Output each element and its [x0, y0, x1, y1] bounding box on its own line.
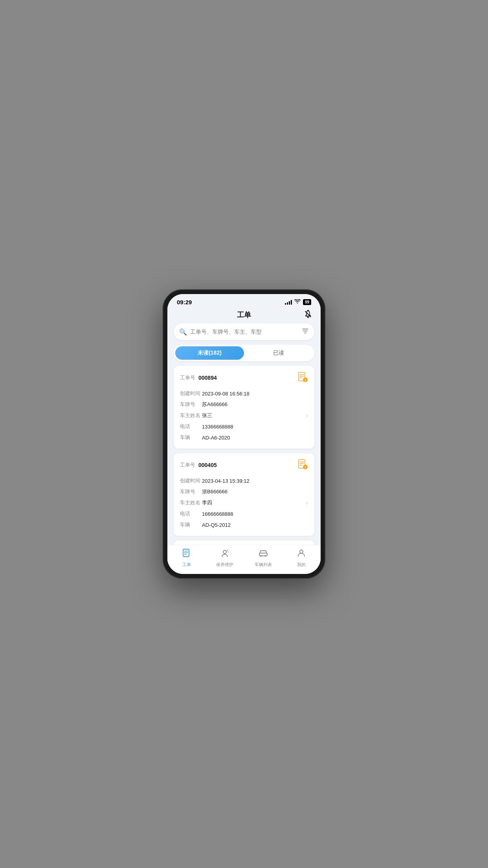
page-header: 工单 — [167, 307, 321, 324]
nav-vehicles[interactable]: 车辆列表 — [244, 548, 283, 568]
chevron-right-icon: › — [306, 412, 308, 419]
svg-text:!: ! — [305, 465, 306, 469]
status-time: 09:29 — [177, 299, 192, 305]
vehicles-nav-icon — [259, 548, 268, 560]
bottom-navigation: 工单 保养维护 — [167, 545, 321, 574]
vehicle-value: AD-Q5-2012 — [202, 522, 308, 528]
svg-text:!: ! — [305, 378, 306, 382]
phone-screen: 09:29 99 — [167, 294, 321, 574]
maintenance-nav-icon — [220, 548, 229, 560]
search-bar: 🔍 — [174, 324, 314, 340]
plate-value: 苏A666666 — [202, 401, 308, 408]
signal-icon — [285, 300, 292, 305]
app-content: 工单 🔍 — [167, 307, 321, 574]
nav-workorder[interactable]: 工单 — [167, 548, 206, 568]
svg-point-30 — [265, 555, 266, 557]
phone-value: 16666668888 — [202, 511, 308, 517]
wifi-icon — [294, 299, 301, 305]
order-status-icon: ! — [297, 459, 308, 471]
search-icon: 🔍 — [179, 328, 187, 336]
plate-value: 浙B666666 — [202, 488, 308, 495]
svg-point-31 — [300, 550, 303, 553]
vehicle-label: 车辆 — [180, 434, 202, 441]
nav-maintenance[interactable]: 保养维护 — [206, 548, 244, 568]
work-number-value: 000405 — [198, 462, 217, 468]
nav-mine[interactable]: 我的 — [283, 548, 321, 568]
phone-frame: 09:29 99 — [163, 289, 325, 579]
status-icons: 99 — [285, 299, 311, 305]
work-number-label: 工单号 — [180, 374, 195, 381]
bell-icon[interactable] — [303, 309, 313, 321]
work-order-card[interactable]: 工单号 000404 ! — [174, 541, 314, 545]
work-number-value: 000894 — [198, 375, 217, 381]
mine-nav-icon — [297, 548, 306, 560]
plate-label: 车牌号 — [180, 401, 202, 408]
owner-value: 李四 — [202, 499, 308, 506]
svg-point-29 — [260, 555, 262, 557]
workorder-nav-label: 工单 — [182, 562, 191, 568]
vehicle-value: AD-A6-2020 — [202, 435, 308, 441]
phone-label: 电话 — [180, 510, 202, 517]
vehicle-label: 车辆 — [180, 521, 202, 528]
search-input[interactable] — [190, 329, 302, 335]
vehicles-nav-label: 车辆列表 — [255, 562, 272, 568]
work-number-label: 工单号 — [180, 462, 195, 469]
svg-point-27 — [223, 550, 226, 554]
owner-value: 张三 — [202, 412, 308, 419]
plate-label: 车牌号 — [180, 488, 202, 495]
create-time-value: 2023-04-13 15:39:12 — [202, 478, 308, 484]
create-time-value: 2023-09-08 16:56:18 — [202, 391, 308, 397]
phone-value: 13366668888 — [202, 424, 308, 430]
owner-label: 车主姓名 — [180, 499, 202, 506]
owner-label: 车主姓名 — [180, 412, 202, 419]
mine-nav-label: 我的 — [297, 562, 306, 568]
battery-indicator: 99 — [303, 299, 311, 305]
work-order-card[interactable]: 工单号 000894 ! — [174, 366, 314, 449]
create-time-label: 创建时间 — [180, 390, 202, 397]
work-order-card[interactable]: 工单号 000405 ! — [174, 453, 314, 536]
order-status-icon: ! — [297, 371, 308, 384]
workorder-nav-icon — [182, 548, 191, 560]
filter-icon[interactable] — [302, 327, 309, 336]
status-bar: 09:29 99 — [167, 294, 321, 307]
work-order-list: 工单号 000894 ! — [167, 366, 321, 545]
tab-read[interactable]: 已读 — [244, 346, 313, 360]
page-title: 工单 — [237, 310, 251, 320]
tab-bar: 未读(182) 已读 — [174, 345, 314, 361]
chevron-right-icon: › — [306, 499, 308, 506]
create-time-label: 创建时间 — [180, 477, 202, 484]
maintenance-nav-label: 保养维护 — [216, 562, 233, 568]
phone-label: 电话 — [180, 423, 202, 430]
tab-unread[interactable]: 未读(182) — [175, 346, 244, 360]
